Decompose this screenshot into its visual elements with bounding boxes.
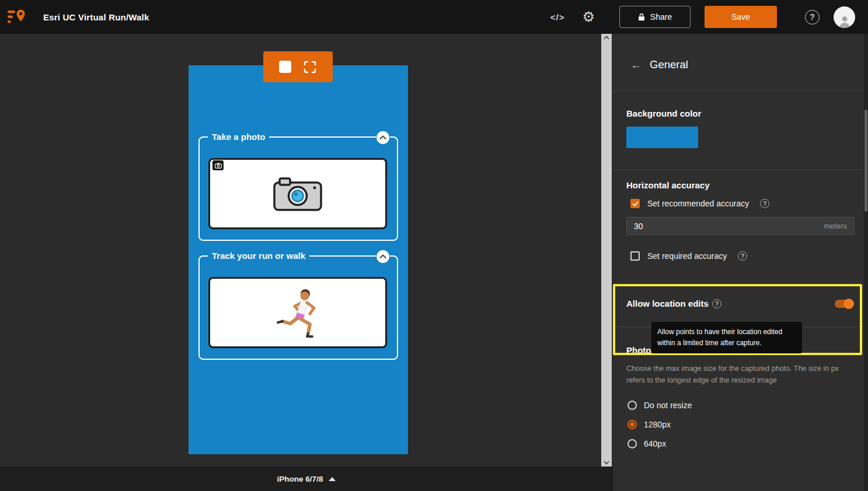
help-icon[interactable]: ?	[712, 299, 721, 308]
quickcapture-logo-icon[interactable]	[4, 4, 29, 30]
radio-option-do-not-resize[interactable]: Do not resize	[628, 395, 692, 415]
radio-icon[interactable]	[628, 420, 637, 429]
settings-panel: ← General Background color Horizontal ac…	[613, 34, 864, 491]
radio-option-1280px[interactable]: 1280px	[628, 415, 692, 434]
help-icon[interactable]: ?	[805, 10, 820, 24]
background-color-label: Background color	[626, 108, 701, 118]
recommended-accuracy-checkbox[interactable]	[630, 199, 640, 208]
help-icon[interactable]: ?	[738, 251, 747, 261]
accuracy-value: 30	[634, 222, 824, 231]
logo-glyph	[6, 7, 26, 27]
quickcapture-designer: Esri UC Virtual Run/Walk </> ⚙ Share Sav…	[0, 0, 868, 491]
page-scrollbar[interactable]	[864, 34, 868, 491]
help-icon[interactable]: ?	[760, 199, 769, 208]
scrollbar-thumb[interactable]	[864, 110, 867, 212]
required-accuracy-checkbox[interactable]	[630, 251, 640, 261]
solid-square-icon[interactable]	[279, 61, 291, 73]
panel-title: General	[650, 58, 688, 71]
collapse-chevron-icon[interactable]	[376, 131, 390, 145]
avatar[interactable]	[834, 6, 855, 28]
scroll-up-icon[interactable]	[604, 34, 609, 41]
runner-icon	[275, 287, 320, 338]
tooltip: Allow points to have their location edit…	[651, 322, 802, 353]
chevron-up-icon	[329, 477, 336, 481]
required-accuracy-label: Set required accuracy	[647, 251, 727, 261]
horizontal-accuracy-heading: Horizontal accuracy	[626, 180, 710, 190]
allow-location-edits-label: Allow location edits	[626, 299, 709, 308]
toggle-knob	[843, 299, 854, 309]
group-label: Track your run or walk	[208, 251, 309, 261]
share-button[interactable]: Share	[619, 6, 691, 28]
capture-frame-icon[interactable]	[303, 60, 317, 74]
radio-icon[interactable]	[628, 401, 637, 410]
recommended-accuracy-label: Set recommended accuracy	[647, 199, 749, 208]
lock-icon	[638, 13, 645, 21]
capture-button-track[interactable]	[208, 277, 387, 348]
radio-icon[interactable]	[628, 439, 637, 448]
divider	[613, 170, 864, 170]
camera-icon	[273, 176, 323, 212]
device-label: iPhone 6/7/8	[277, 475, 323, 483]
capture-button-photo[interactable]	[208, 158, 387, 229]
accuracy-unit: meters	[824, 222, 847, 230]
button-group-photo: Take a photo	[198, 136, 398, 241]
button-group-track: Track your run or walk	[198, 255, 398, 360]
back-icon[interactable]: ←	[630, 59, 642, 71]
design-canvas: Take a photo	[0, 34, 613, 467]
person-icon	[838, 15, 852, 28]
app-title: Esri UC Virtual Run/Walk	[43, 12, 149, 22]
radio-option-640px[interactable]: 640px	[628, 434, 692, 453]
preview-toolbar	[263, 51, 333, 82]
collapse-chevron-icon[interactable]	[376, 250, 390, 264]
device-selector[interactable]: iPhone 6/7/8	[0, 467, 613, 491]
canvas-scrollbar[interactable]	[601, 34, 612, 467]
divider	[613, 90, 864, 91]
group-label: Take a photo	[208, 132, 269, 142]
photo-size-options: Do not resize 1280px 640px	[628, 395, 692, 453]
background-color-swatch[interactable]	[626, 127, 698, 148]
code-icon[interactable]: </>	[550, 12, 565, 22]
photo-badge-icon	[212, 160, 224, 170]
accuracy-input[interactable]: 30 meters	[626, 217, 855, 235]
share-button-label: Share	[650, 12, 672, 22]
photo-size-description: Choose the max image size for the captur…	[626, 363, 855, 386]
scroll-down-icon[interactable]	[604, 459, 609, 467]
gear-icon[interactable]: ⚙	[582, 10, 595, 24]
allow-location-edits-toggle[interactable]	[835, 300, 853, 308]
save-button[interactable]: Save	[705, 6, 777, 28]
top-bar: Esri UC Virtual Run/Walk </> ⚙ Share Sav…	[0, 0, 868, 34]
